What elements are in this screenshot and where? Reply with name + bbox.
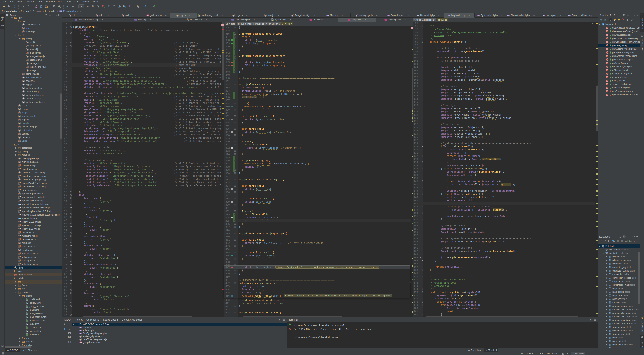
run-configuration-combo[interactable] xyxy=(78,5,84,8)
readonly-lock-icon[interactable] xyxy=(562,352,564,355)
project-item-map_manual-html[interactable]: hmap_manual.html xyxy=(5,315,62,319)
project-item-select2-min-js[interactable]: 1001010JSselect2.min.js xyxy=(5,245,62,248)
project-item-fonts[interactable]: fonts xyxy=(5,283,62,287)
project-item-jquery-2-1-1-min-js[interactable]: 1001010JSjquery-2.1.1.min.js xyxy=(5,227,62,231)
tab-landingpage-js[interactable]: JSlandingpage.js× xyxy=(350,13,382,18)
tab-charactermodel-php[interactable]: phpCharacterModel.php× xyxy=(506,13,536,18)
fold-collapse-icon[interactable] xyxy=(70,26,72,28)
editor-hscrollbar-thumb[interactable] xyxy=(426,316,578,317)
fold-end-icon[interactable] xyxy=(234,134,236,136)
project-item-jquery-min-map[interactable]: JSONjquery.min.map xyxy=(5,217,62,220)
fold-collapse-icon[interactable] xyxy=(234,179,236,180)
project-item-trust-js[interactable]: JStrust.js xyxy=(5,69,62,72)
tab-close-icon[interactable]: × xyxy=(189,14,190,17)
fold-collapse-icon[interactable] xyxy=(422,41,424,43)
error-stripe-mark[interactable] xyxy=(222,53,224,53)
project-item-notification-js[interactable]: JSnotification.js xyxy=(5,129,62,132)
database-item-map-[interactable]: map:table xyxy=(598,287,640,290)
tree-collapsed-icon[interactable] xyxy=(606,333,608,335)
database-item-corporation_map-[interactable]: corporation_map:table xyxy=(598,283,640,287)
tree-collapsed-icon[interactable] xyxy=(606,316,608,318)
gear-button[interactable] xyxy=(632,235,635,238)
error-stripe-mark[interactable] xyxy=(596,49,598,49)
error-stripe-mark[interactable] xyxy=(222,98,224,99)
toolwindow-button-project[interactable]: 1: Projectphp xyxy=(0,14,4,29)
structure-item-getcharacters-array[interactable]: mgetCharacters():array xyxy=(598,90,640,93)
vis-c-button[interactable]: c xyxy=(618,18,620,21)
editor-vscrollbar[interactable] xyxy=(596,22,598,317)
fold-collapse-icon[interactable] xyxy=(234,58,236,60)
project-item-dialog[interactable]: dialog xyxy=(5,294,62,298)
menu-run[interactable]: Run xyxy=(56,0,64,4)
fold-collapse-icon[interactable] xyxy=(70,194,72,196)
gear-button[interactable] xyxy=(590,318,593,321)
structure-item-delete-accessobject-void[interactable]: mdelete(accessObject):void xyxy=(598,30,640,33)
fold-collapse-icon[interactable] xyxy=(70,42,72,44)
line-separator[interactable]: CRLF xyxy=(527,352,534,355)
tab-mapmodel-php[interactable]: phpMapModel.php× xyxy=(444,13,475,18)
project-item-map[interactable]: map xyxy=(5,19,62,23)
structure-item-getdata-array[interactable]: mgetData():array xyxy=(598,44,640,47)
fold-end-icon[interactable] xyxy=(70,314,72,316)
project-item-jquery-hoverintent-minified-js[interactable]: 1001010JSjquery.hoverIntent.minified.js xyxy=(5,206,62,210)
project-item-system_info-js[interactable]: JSsystem_info.js xyxy=(5,90,62,93)
tab-_colors-scss[interactable]: SASS_colors.scss× xyxy=(143,13,170,18)
tab-close-icon[interactable]: × xyxy=(102,19,103,21)
tree-collapsed-icon[interactable] xyxy=(606,330,608,332)
error-stripe-mark[interactable] xyxy=(596,276,598,277)
database-item-character_status-[interactable]: character_status:table xyxy=(598,269,640,273)
fold-end-icon[interactable] xyxy=(422,193,424,195)
project-item-bootbox-min-js[interactable]: 1001010JSbootbox.min.js xyxy=(5,164,62,167)
group-mod-button[interactable] xyxy=(68,336,71,339)
tab-close-icon[interactable]: × xyxy=(596,14,597,17)
project-item-logging-js[interactable]: JSlogging.js xyxy=(5,118,62,122)
rollback-button[interactable] xyxy=(127,4,132,9)
str-pressed-button[interactable] xyxy=(609,18,612,21)
project-item-require-js[interactable]: JSrequire.js xyxy=(5,241,62,245)
editor-hscrollbar-thumb[interactable] xyxy=(83,316,192,317)
fold-collapse-icon[interactable] xyxy=(234,185,236,187)
project-item-map_settings-js[interactable]: JSmap_settings.js xyxy=(5,55,62,58)
database-item-system_type-[interactable]: system_type:table xyxy=(598,332,640,336)
database-item-user-[interactable]: user:table xyxy=(598,336,640,339)
encoding[interactable]: UTF-8 xyxy=(537,352,545,355)
locate-button[interactable] xyxy=(44,14,48,17)
database-item-system_static-[interactable]: system_static:table xyxy=(598,325,640,329)
database-item-system_signature-[interactable]: system_signature:table xyxy=(598,322,640,325)
tab-form_element-js[interactable]: JSform_element.js× xyxy=(288,13,319,18)
db-ddl-button[interactable]: DDL xyxy=(629,239,632,243)
tree-collapsed-icon[interactable] xyxy=(606,323,608,325)
help-blue-button[interactable]: ? xyxy=(63,332,66,335)
toolwindow-button-changes[interactable]: 9: Changes xyxy=(21,348,38,352)
breadcrumb-app[interactable]: app xyxy=(21,10,29,13)
fold-collapse-icon[interactable] xyxy=(70,305,72,306)
fold-end-icon[interactable] xyxy=(234,204,236,206)
db-console-button[interactable]: SQL xyxy=(625,239,628,243)
fold-collapse-icon[interactable] xyxy=(422,301,424,302)
project-item-jquery-easypiechart-min-js[interactable]: 1001010JSjquery.easypiechart.min.js xyxy=(5,195,62,199)
database-item-system_neighbour-[interactable]: system_neighbour:table xyxy=(598,318,640,322)
fold-collapse-icon[interactable] xyxy=(234,141,236,142)
project-item-bootstrap-confirmation-js[interactable]: JSbootstrap-confirmation.js xyxy=(5,171,62,174)
fold-collapse-icon[interactable] xyxy=(234,252,236,253)
replace-button[interactable]: A xyxy=(57,4,62,9)
error-stripe-mark[interactable] xyxy=(222,289,224,290)
breadcrumb-model[interactable]: model xyxy=(45,10,55,13)
fold-end-icon[interactable] xyxy=(70,204,72,205)
cut-button[interactable] xyxy=(33,4,38,9)
fold-collapse-icon[interactable] xyxy=(422,276,424,277)
project-item-trust-html[interactable]: htrust.html xyxy=(5,333,62,336)
project-item-easepack-min-js[interactable]: 1001010JSEasePack.min.js xyxy=(5,188,62,192)
todo-item-system_signature-js[interactable]: JSsystem_signature.js xyxy=(72,335,297,338)
project-item-map-html[interactable]: hmap.html xyxy=(5,308,62,312)
toolwindow-button-todo[interactable]: 6: TODO xyxy=(5,348,20,352)
fold-icon[interactable] xyxy=(234,270,236,271)
fold-end-icon[interactable] xyxy=(70,261,72,262)
fold-collapse-icon[interactable] xyxy=(422,25,424,27)
fold-collapse-icon[interactable] xyxy=(234,312,236,313)
dock-button[interactable] xyxy=(282,318,286,321)
db-copy-button[interactable] xyxy=(604,239,607,243)
tree-collapsed-icon[interactable] xyxy=(606,347,608,348)
tree-collapsed-icon[interactable] xyxy=(606,344,608,346)
tree-collapsed-icon[interactable] xyxy=(606,266,608,268)
